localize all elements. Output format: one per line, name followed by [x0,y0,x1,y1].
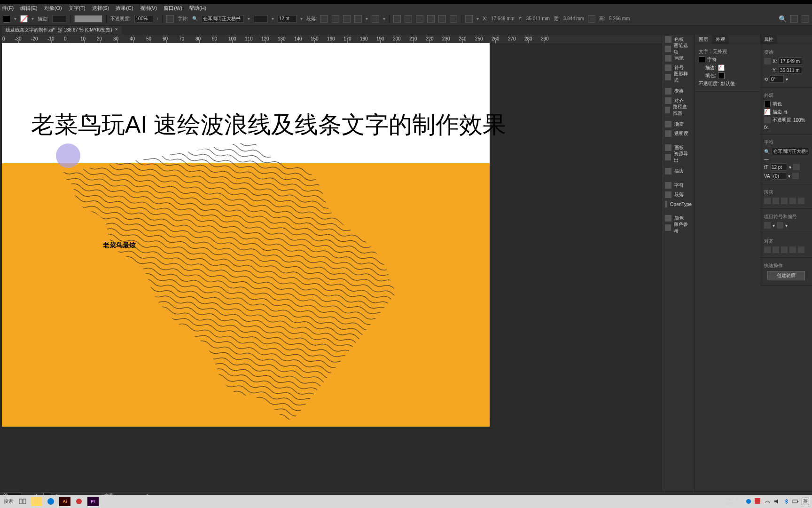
menu-view[interactable]: 视图(V) [140,5,157,12]
menu-type[interactable]: 文字(T) [69,5,86,12]
dock-item-图形样式[interactable]: 图形样式 [662,72,695,82]
fill-swatch[interactable] [3,15,10,23]
font-style-input[interactable] [254,15,268,23]
props-x-input[interactable] [779,57,802,65]
taskview-icon[interactable] [17,497,28,506]
align-obj-5-icon[interactable] [450,15,457,23]
document-tab[interactable]: 线及线条文字的制作.ai* @ 138.67 % (CMYK/预览) × [2,26,122,34]
canvas[interactable]: 老菜鸟玩AI 速绘波浪线及线条文字的制作效果 老菜鸟最炫 [2,43,662,491]
record-icon[interactable] [73,497,85,506]
para-align-1[interactable] [764,198,771,204]
dock-item-渐变[interactable]: 渐变 [662,119,695,129]
props-fill-swatch[interactable] [764,101,771,107]
dock-item-资源导出[interactable]: 资源导出 [662,152,695,162]
tray-up-icon[interactable]: ^ [736,498,742,505]
explorer-icon[interactable] [31,497,42,506]
props-font-input[interactable] [772,148,809,155]
menu-select[interactable]: 选择(S) [92,5,109,12]
menu-effect[interactable]: 效果(C) [116,5,133,12]
numbered-icon[interactable] [372,15,379,23]
search-font-icon[interactable]: 🔍 [192,16,198,21]
ref-point-grid[interactable] [764,58,771,64]
props-tracking-input[interactable] [772,172,786,180]
tray-wifi-icon[interactable] [764,498,771,505]
obj-align-1[interactable] [764,246,771,253]
tray-battery-icon[interactable] [792,498,799,505]
dock-item-透明度[interactable]: 透明度 [662,129,695,138]
para-align-2[interactable] [773,198,779,204]
font-family-input[interactable] [202,15,244,23]
create-outlines-button[interactable]: 创建轮廓 [767,271,805,280]
align-obj-3-icon[interactable] [427,15,435,23]
props-opacity-icon[interactable] [764,117,771,123]
dock-item-画笔选项[interactable]: 画笔选项 [662,44,695,54]
xform-icon[interactable] [393,15,401,23]
bullet-icon[interactable] [764,222,771,229]
align-obj-1-icon[interactable] [405,15,412,23]
dock-item-颜色参考[interactable]: 颜色参考 [662,223,695,232]
para-align-5[interactable] [798,198,804,204]
track-icon[interactable] [792,173,799,179]
search-taskbar[interactable]: 搜索 [3,497,14,506]
font-size-input[interactable] [278,15,297,23]
menu-window[interactable]: 窗口(W) [164,5,182,12]
tab-appearance[interactable]: 外观 [712,35,729,44]
dock-item-OpenType[interactable]: OpenType [662,199,695,209]
align-center-icon[interactable] [332,15,339,23]
dock-item-段落[interactable]: 段落 [662,190,695,199]
align-left-icon[interactable] [320,15,328,23]
stroke-width-input[interactable] [52,15,66,23]
props-size-input[interactable] [770,163,787,171]
tray-ime-icon[interactable]: 英 [802,498,809,505]
dock-item-描边[interactable]: 描边 [662,167,695,176]
stroke-swatch-none[interactable]: ╱ [718,64,725,71]
menu-help[interactable]: 帮助(H) [189,5,206,12]
dock-item-路径查找器[interactable]: 路径查找器 [662,105,695,115]
leading-icon[interactable] [793,164,800,170]
recolor-icon[interactable] [166,15,174,23]
para-align-4[interactable] [789,198,796,204]
props-stroke-swatch[interactable]: ╱ [764,109,771,115]
ref-point-icon[interactable] [465,15,473,23]
number-icon[interactable] [777,222,783,229]
obj-align-3[interactable] [781,246,788,253]
ruler-horizontal[interactable]: document.write(''); -40-30-20-1001020304… [2,35,662,43]
para-align-3[interactable] [781,198,788,204]
brush-select[interactable] [74,15,102,23]
stroke-swatch[interactable] [20,15,28,23]
props-y-input[interactable] [779,66,802,74]
link-wh-icon[interactable] [588,15,595,23]
tab-layers[interactable]: 图层 [695,35,712,44]
system-tray[interactable]: 1% CPU ^ 英 [725,497,809,506]
char-swatch[interactable] [699,56,705,63]
appearance-opacity[interactable]: 不透明度: [699,80,719,87]
align-obj-4-icon[interactable] [438,15,446,23]
premiere-icon[interactable]: Pr [87,497,99,506]
panel-ico-1[interactable] [790,15,798,23]
fx-icon[interactable]: fx. [764,125,769,130]
edge-icon[interactable] [45,497,56,506]
opacity-input[interactable] [134,15,153,23]
tray-bluetooth-icon[interactable] [783,498,789,505]
scrollbar-vertical[interactable] [656,43,662,491]
obj-align-5[interactable] [798,246,804,253]
list-icon[interactable] [354,15,362,23]
panel-ico-2[interactable] [802,15,809,23]
menu-edit[interactable]: 编辑(E) [20,5,38,12]
tray-onedrive-icon[interactable] [745,498,752,505]
headline-text[interactable]: 老菜鸟玩AI 速绘波浪线及线条文字的制作效果 [31,109,506,141]
dock-item-变换[interactable]: 变换 [662,87,695,96]
obj-align-2[interactable] [773,246,779,253]
menu-object[interactable]: 对象(O) [44,5,62,12]
tab-close-icon[interactable]: × [115,27,118,33]
align-obj-2-icon[interactable] [416,15,423,23]
tray-speaker-icon[interactable] [773,498,780,505]
align-right-icon[interactable] [343,15,351,23]
menu-file[interactable]: 件(F) [2,5,14,12]
search-icon[interactable]: 🔍 [779,15,787,23]
illustrator-icon[interactable]: Ai [59,497,70,506]
tray-shield-icon[interactable] [755,498,761,505]
tab-properties[interactable]: 属性 [760,35,777,44]
props-rot-input[interactable] [770,75,784,83]
dock-item-字符[interactable]: 字符 [662,181,695,190]
